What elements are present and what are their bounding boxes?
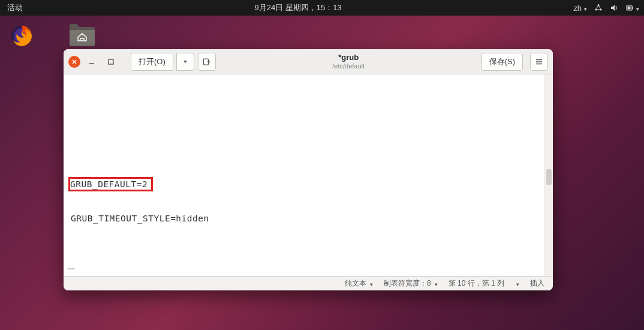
battery-icon[interactable]	[625, 4, 639, 13]
activities-button[interactable]: 活动	[5, 2, 23, 13]
scrollbar-thumb[interactable]	[546, 169, 552, 185]
svg-rect-4	[633, 7, 634, 9]
tab-width-selector[interactable]: 制表符宽度：8	[384, 278, 438, 289]
new-tab-button[interactable]	[198, 53, 216, 71]
maximize-button[interactable]	[103, 54, 119, 70]
cursor-position[interactable]: 第 10 行，第 1 列	[449, 278, 504, 289]
highlighted-line: GRUB_DEFAULT=2	[68, 177, 153, 191]
save-button[interactable]: 保存(S)	[482, 53, 523, 71]
home-folder-icon[interactable]	[68, 22, 96, 47]
svg-rect-9	[109, 59, 113, 64]
top-panel: 活动 9月24日 星期四，15：13 zh	[0, 0, 644, 16]
text-editor-area[interactable]: GRUB_DEFAULT=2 GRUB_TIMEOUT_STYLE=hidden…	[64, 74, 553, 276]
position-menu-icon[interactable]	[515, 280, 519, 288]
firefox-launcher[interactable]	[8, 23, 35, 49]
volume-icon[interactable]	[610, 4, 618, 12]
menu-button[interactable]	[530, 53, 548, 71]
tilde-marker: ~~	[67, 265, 75, 274]
gedit-window: 打开(O) *grub /etc/default 保存(S) GRUB_DEFA…	[64, 49, 553, 290]
file-path: /etc/default	[219, 62, 478, 70]
clock[interactable]: 9月24日 星期四，15：13	[23, 2, 573, 13]
vertical-scrollbar[interactable]	[544, 74, 553, 276]
dock	[0, 16, 43, 330]
input-method-indicator[interactable]: zh	[573, 4, 587, 13]
title-area: *grub /etc/default	[219, 53, 478, 69]
file-name: *grub	[219, 53, 478, 62]
network-icon[interactable]	[594, 4, 603, 12]
open-dropdown-button[interactable]	[176, 53, 194, 71]
open-button[interactable]: 打开(O)	[131, 53, 173, 71]
syntax-selector[interactable]: 纯文本	[345, 278, 373, 289]
minimize-button[interactable]	[84, 54, 100, 70]
close-button[interactable]	[68, 56, 80, 68]
status-bar: 纯文本 制表符宽度：8 第 10 行，第 1 列 插入	[64, 276, 553, 290]
desktop: 打开(O) *grub /etc/default 保存(S) GRUB_DEFA…	[43, 16, 644, 330]
editor-line: GRUB_TIMEOUT_STYLE=hidden	[70, 213, 547, 224]
titlebar: 打开(O) *grub /etc/default 保存(S)	[64, 49, 553, 74]
svg-rect-5	[628, 7, 631, 10]
insert-mode[interactable]: 插入	[530, 278, 544, 289]
